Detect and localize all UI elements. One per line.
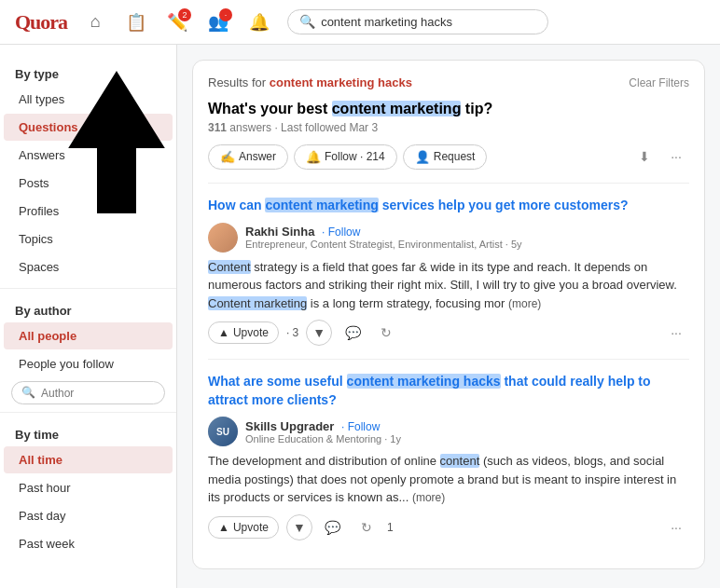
sidebar-item-people-you-follow[interactable]: People you follow bbox=[4, 350, 173, 377]
follow-label: Follow · 214 bbox=[325, 150, 385, 163]
nav-icons: ⌂ 📋 ✏️ 2 👥 · 🔔 bbox=[78, 6, 276, 39]
share-button-1[interactable]: ↻ bbox=[373, 320, 399, 346]
downvote-icon-button[interactable]: ⬇ bbox=[631, 144, 658, 170]
author-follow-link-2[interactable]: · Follow bbox=[341, 420, 380, 433]
highlight-1: content marketing bbox=[265, 198, 378, 212]
sidebar-divider-1 bbox=[0, 288, 176, 289]
upvote-icon-1: ▲ bbox=[218, 326, 229, 339]
answer-title-2[interactable]: What are some useful content marketing h… bbox=[208, 373, 689, 409]
more-link-1[interactable]: (more) bbox=[508, 297, 541, 310]
sidebar-item-all-types[interactable]: All types bbox=[4, 86, 173, 113]
sidebar-item-past-week[interactable]: Past week bbox=[4, 530, 173, 557]
author-info-2: Skills Upgrader · Follow Online Educatio… bbox=[245, 419, 401, 444]
header: Quora ⌂ 📋 ✏️ 2 👥 · 🔔 🔍 bbox=[0, 0, 720, 45]
results-card: Results for content marketing hacks Clea… bbox=[192, 60, 705, 569]
vote-row-2: ▲ Upvote ▼ 💬 ↻ 1 ··· bbox=[208, 514, 689, 540]
sidebar: By type All types Questions Answers Post… bbox=[0, 45, 177, 588]
highlight-content-marketing-2: Content marketing bbox=[208, 296, 307, 310]
sidebar-item-posts[interactable]: Posts bbox=[4, 170, 173, 197]
author-desc-2: Online Education & Mentoring · 1y bbox=[245, 433, 401, 444]
request-label: Request bbox=[434, 150, 476, 163]
compose-badge: 2 bbox=[178, 8, 191, 21]
people-badge: · bbox=[219, 8, 232, 21]
search-icon: 🔍 bbox=[299, 14, 315, 30]
avatar-1 bbox=[208, 223, 238, 253]
upvote-button-1[interactable]: ▲ Upvote bbox=[208, 321, 279, 344]
sidebar-item-questions[interactable]: Questions bbox=[4, 114, 173, 141]
comment-button-2[interactable]: 💬 bbox=[320, 514, 346, 540]
author-search-box[interactable]: 🔍 bbox=[11, 381, 165, 404]
home-nav-button[interactable]: ⌂ bbox=[78, 6, 112, 39]
author-search-input[interactable] bbox=[41, 387, 155, 400]
author-info-1: Rakhi Sinha · Follow Entrepreneur, Conte… bbox=[245, 225, 522, 250]
sidebar-item-past-hour[interactable]: Past hour bbox=[4, 474, 173, 501]
sidebar-item-past-day[interactable]: Past day bbox=[4, 502, 173, 529]
request-icon: 👤 bbox=[415, 150, 430, 164]
highlight-content-2: content bbox=[440, 454, 480, 468]
downvote-button-1[interactable]: ▼ bbox=[306, 320, 332, 346]
comment-button-1[interactable]: 💬 bbox=[339, 320, 366, 346]
more-options-button-a2[interactable]: ··· bbox=[663, 514, 689, 540]
answer-button[interactable]: ✍ Answer bbox=[208, 144, 288, 170]
sidebar-item-all-time[interactable]: All time bbox=[4, 446, 173, 473]
upvote-count-1: · 3 bbox=[286, 326, 298, 339]
notifications-nav-button[interactable]: 📋 bbox=[119, 6, 153, 39]
highlight-2: content marketing hacks bbox=[347, 374, 501, 389]
author-name-1: Rakhi Sinha · Follow bbox=[245, 225, 522, 239]
search-bar[interactable]: 🔍 bbox=[287, 9, 548, 34]
follow-button[interactable]: 🔔 Follow · 214 bbox=[294, 144, 397, 170]
upvote-button-2[interactable]: ▲ Upvote bbox=[208, 516, 279, 539]
answer-result-2: What are some useful content marketing h… bbox=[208, 373, 689, 540]
avatar-image-1 bbox=[208, 223, 238, 253]
question-meta-1: 311 answers · Last followed Mar 3 bbox=[208, 121, 689, 134]
clear-filters-button[interactable]: Clear Filters bbox=[629, 76, 689, 89]
sidebar-divider-2 bbox=[0, 412, 176, 413]
answer-result-1: How can content marketing services help … bbox=[208, 197, 689, 360]
by-time-label: By time bbox=[0, 420, 176, 445]
upvote-label-1: Upvote bbox=[233, 326, 269, 339]
more-options-button-q1[interactable]: ··· bbox=[663, 144, 689, 170]
main-content: Results for content marketing hacks Clea… bbox=[177, 45, 720, 588]
upvote-label-2: Upvote bbox=[233, 521, 269, 534]
author-desc-1: Entrepreneur, Content Strategist, Enviro… bbox=[245, 239, 522, 250]
question-actions-1: ✍ Answer 🔔 Follow · 214 👤 Request ⬇ ··· bbox=[208, 144, 689, 170]
answers-count: 311 bbox=[208, 121, 227, 134]
question-title-1: What's your best content marketing tip? bbox=[208, 101, 689, 117]
sidebar-item-profiles[interactable]: Profiles bbox=[4, 198, 173, 225]
request-button[interactable]: 👤 Request bbox=[403, 144, 488, 170]
more-link-2[interactable]: (more) bbox=[412, 491, 445, 504]
page-layout: By type All types Questions Answers Post… bbox=[0, 45, 720, 588]
author-row-2: SU Skills Upgrader · Follow Online Educa… bbox=[208, 417, 689, 446]
author-row-1: Rakhi Sinha · Follow Entrepreneur, Conte… bbox=[208, 223, 689, 253]
highlight-content-1: Content bbox=[208, 260, 251, 274]
search-input[interactable] bbox=[321, 15, 536, 29]
sidebar-item-spaces[interactable]: Spaces bbox=[4, 253, 173, 280]
compose-nav-button[interactable]: ✏️ 2 bbox=[160, 6, 194, 39]
avatar-2: SU bbox=[208, 417, 238, 446]
sidebar-item-all-people[interactable]: All people bbox=[4, 322, 173, 349]
answer-icon: ✍ bbox=[220, 150, 235, 164]
quora-logo: Quora bbox=[15, 10, 67, 34]
downvote-button-2[interactable]: ▼ bbox=[286, 514, 312, 540]
by-author-label: By author bbox=[0, 296, 176, 321]
author-follow-link-1[interactable]: · Follow bbox=[322, 226, 360, 239]
share-button-2[interactable]: ↻ bbox=[353, 514, 380, 540]
answer-label: Answer bbox=[239, 150, 276, 163]
by-type-label: By type bbox=[0, 60, 176, 85]
share-count-2: 1 bbox=[387, 521, 394, 534]
highlight-content-marketing: content marketing bbox=[332, 101, 462, 116]
bell-nav-button[interactable]: 🔔 bbox=[242, 6, 276, 39]
answer-title-1[interactable]: How can content marketing services help … bbox=[208, 197, 689, 215]
follow-icon: 🔔 bbox=[306, 150, 321, 164]
question-result-1: What's your best content marketing tip? … bbox=[208, 101, 689, 184]
answer-text-1: Content strategy is a field that goes fa… bbox=[208, 258, 689, 313]
sidebar-item-topics[interactable]: Topics bbox=[4, 226, 173, 253]
author-search-icon: 🔍 bbox=[21, 386, 35, 400]
sidebar-item-answers[interactable]: Answers bbox=[4, 142, 173, 169]
search-query-highlight: content marketing hacks bbox=[270, 75, 412, 89]
upvote-icon-2: ▲ bbox=[218, 521, 229, 534]
people-nav-button[interactable]: 👥 · bbox=[201, 6, 235, 39]
results-header: Results for content marketing hacks Clea… bbox=[208, 75, 689, 89]
answer-text-2: The development and distribution of onli… bbox=[208, 452, 689, 507]
more-options-button-a1[interactable]: ··· bbox=[663, 320, 689, 346]
